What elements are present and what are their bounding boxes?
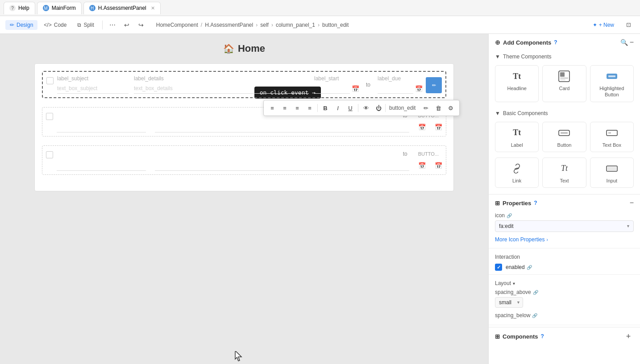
edit-pen-button[interactable]: ✏ [420,102,432,114]
enabled-checkbox[interactable] [495,264,502,271]
highlighted-button-component[interactable]: Highlighted Button [590,65,634,102]
mainform-tab-icon: M [43,5,49,11]
undo-button[interactable]: ↩ [121,19,133,31]
align-center-button[interactable]: ≡ [279,102,291,114]
form-row-3[interactable]: to BUTTO... 📅 📅 [42,145,446,175]
add-components-icon: ⊕ [495,39,500,46]
highlighted-button-label: Highlighted Button [592,85,632,98]
basic-components-grid: Tt Label Button [489,120,640,157]
add-component-button[interactable]: + [623,331,634,342]
tab-help[interactable]: ? Help [4,2,35,14]
assessment-tab-icon: H [89,5,96,11]
textbox-component[interactable]: Text Box [590,122,634,152]
toolbar-right: ✦ + New ⊡ [588,19,635,31]
start-date-field: 📅 [314,83,359,94]
right-panel: ⊕ Add Components ? 🔍 − ▼ Theme Component… [488,34,640,364]
icon-select[interactable]: fa:edit [495,220,634,232]
due-date-input[interactable] [378,83,413,94]
layout-collapse-arrow[interactable]: ▾ [513,281,515,286]
row1-checkbox[interactable] [46,77,54,84]
underline-button[interactable]: U [345,102,356,114]
spacing-above-select[interactable]: small [495,297,523,308]
button-component[interactable]: Button [542,122,586,152]
power-button[interactable]: ⏻ [373,102,384,114]
properties-panel: ⊞ Properties ? − icon 🔗 fa:edit [489,194,640,364]
add-components-header: ⊕ Add Components ? 🔍 − [489,34,640,51]
toolbar-separator [102,21,103,29]
more-options-button[interactable]: ⋯ [106,19,119,31]
properties-collapse-button[interactable]: − [630,199,634,207]
card-component[interactable]: Card [542,65,586,102]
assessment-tab-close[interactable]: ✕ [151,5,155,11]
svg-rect-11 [607,167,616,170]
text-details[interactable] [134,83,309,94]
settings-button[interactable]: ⚙ [445,102,457,114]
row1-edit-button[interactable]: ✏ [426,77,442,93]
due-calendar-icon[interactable]: 📅 [415,85,423,92]
row3-cal1-icon[interactable]: 📅 [418,162,426,171]
text-subject[interactable] [57,83,129,94]
svg-rect-8 [607,130,617,136]
row2-checkbox[interactable] [46,113,53,120]
input-component[interactable]: Input [590,157,634,188]
tab-assessment[interactable]: H H.AssessmentPanel ✕ [83,2,161,14]
spacing-above-link-icon[interactable]: 🔗 [533,290,538,295]
enabled-checkbox-row: enabled 🔗 [489,262,640,273]
align-right-button[interactable]: ≡ [291,102,303,114]
delete-button[interactable]: 🗑 [432,102,444,114]
basic-collapse-arrow[interactable]: ▼ [495,110,500,116]
breadcrumb-button[interactable]: button_edit [322,22,349,28]
split-icon: ⧉ [77,22,81,28]
highlighted-button-icon [605,69,619,83]
link-component[interactable]: Link [495,157,539,188]
layout-toggle-button[interactable]: ⊡ [622,19,635,31]
design-mode-button[interactable]: ✏ Design [5,20,37,30]
bold-button[interactable]: B [320,102,331,114]
breadcrumb-column[interactable]: column_panel_1 [276,22,315,28]
help-tab-label: Help [18,5,29,11]
breadcrumb-home[interactable]: HomeComponent [156,22,198,28]
components-search-button[interactable]: 🔍 [620,38,628,46]
label-component[interactable]: Tt Label [495,122,539,152]
to-label-3: to [403,151,407,157]
row3-checkbox[interactable] [46,151,53,158]
start-calendar-icon[interactable]: 📅 [352,85,359,92]
redo-button[interactable]: ↪ [135,19,147,31]
headline-component[interactable]: Tt Headline [495,65,539,102]
spacing-below-link-icon[interactable]: 🔗 [532,313,537,318]
split-mode-button[interactable]: ⧉ Split [73,20,98,30]
help-tab-icon: ? [9,5,16,11]
icon-link-icon[interactable]: 🔗 [507,213,512,218]
row2-cal1-icon[interactable]: 📅 [418,124,426,132]
theme-collapse-arrow[interactable]: ▼ [495,54,500,60]
label-component-label: Label [511,142,523,148]
breadcrumb-self[interactable]: self [260,22,269,28]
bottom-components-title: Components [503,333,538,340]
tab-mainform[interactable]: M MainForm [37,2,82,14]
new-button[interactable]: ✦ + New [588,20,619,30]
theme-components-section-title: ▼ Theme Components [489,51,640,63]
properties-title-group: ⊞ Properties ? [495,200,537,207]
code-mode-button[interactable]: </> Code [39,20,71,30]
row3-cal2-icon[interactable]: 📅 [435,162,442,171]
align-left-button[interactable]: ≡ [266,102,278,114]
spacing-below-label: spacing_below 🔗 [495,312,634,318]
enabled-link-icon[interactable]: 🔗 [527,265,532,270]
text-component[interactable]: Tt Text [542,157,586,188]
svg-rect-5 [608,75,615,77]
form-row-1[interactable]: label_subject label_details label_start … [42,71,446,98]
row2-cal2-icon[interactable]: 📅 [435,124,442,132]
add-components-collapse-button[interactable]: − [630,38,634,46]
text-label: Text [560,178,569,184]
visibility-button[interactable]: 👁 [360,102,372,114]
theme-components-grid: Tt Headline Card [489,63,640,108]
start-date-input[interactable] [314,83,350,94]
align-justify-button[interactable]: ≡ [304,102,316,114]
more-icon-properties-link[interactable]: More Icon Properties › [489,235,640,246]
spacing-above-select-wrap: small [495,297,523,308]
breadcrumb-assessment[interactable]: H.AssessmentPanel [205,22,253,28]
basic-components-section-title: ▼ Basic Components [489,108,640,120]
bottom-components-help-icon: ? [540,333,544,339]
more-icon-arrow: › [546,237,548,242]
italic-button[interactable]: I [332,102,344,114]
